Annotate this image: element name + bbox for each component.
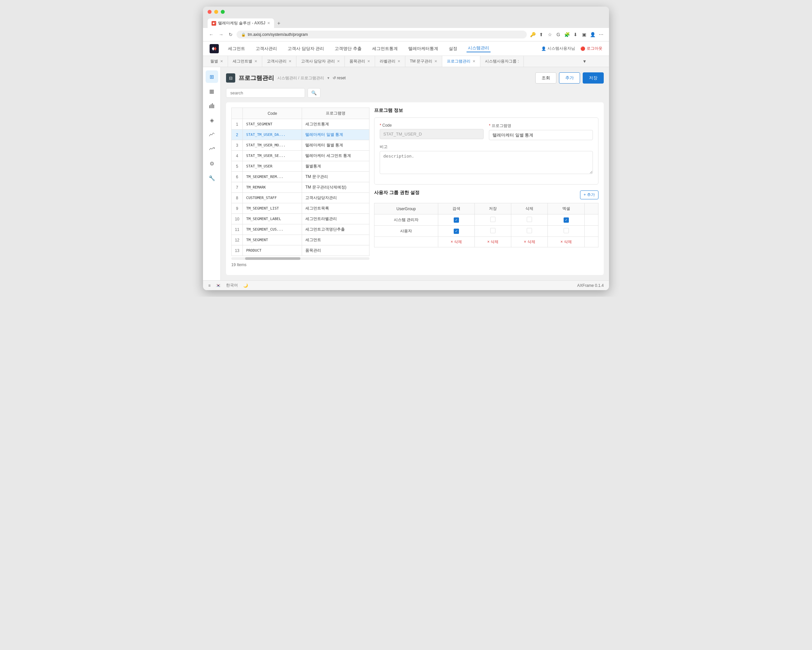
sidebar-icon-bar-chart[interactable]: ▦: [206, 85, 218, 98]
perm-checkbox[interactable]: [563, 228, 569, 233]
row-num: 6: [232, 172, 243, 182]
new-tab-button[interactable]: +: [275, 20, 282, 27]
scrollbar-thumb[interactable]: [245, 257, 301, 260]
tab-product[interactable]: 품목관리 ✕: [345, 56, 375, 67]
tab-expand-icon[interactable]: ▼: [580, 56, 589, 66]
close-window-btn[interactable]: [208, 10, 212, 14]
sidebar-icon-chart[interactable]: [206, 99, 218, 112]
svg-rect-0: [209, 105, 210, 108]
del-excel-btn[interactable]: 삭제: [560, 240, 571, 244]
url-field[interactable]: 🔒 tm.axisj.com/system/auth/program: [237, 31, 527, 38]
tab-product-close[interactable]: ✕: [367, 59, 370, 64]
row-num: 8: [232, 193, 243, 203]
perm-checkbox[interactable]: ✓: [454, 217, 459, 223]
browser-tab-close[interactable]: ✕: [267, 21, 270, 25]
name-input[interactable]: [489, 130, 593, 140]
tab-system-user-group[interactable]: 시스템사용자그룹 :: [480, 56, 524, 67]
perm-checkbox[interactable]: [490, 228, 496, 233]
browser-tab[interactable]: 텔레마케팅 솔루션 - AXISJ ✕: [208, 18, 274, 28]
tab-label-close[interactable]: ✕: [397, 59, 400, 64]
table-row[interactable]: 4 STAT_TM_USER_SE... 텔레마케터 세그먼트 통계: [232, 151, 369, 161]
tab-segment[interactable]: 세그먼트별 ✕: [228, 56, 262, 67]
del-search-btn[interactable]: 삭제: [451, 240, 462, 244]
nav-item-tm-stats[interactable]: 텔레마케터통계: [407, 46, 440, 52]
horizontal-scrollbar[interactable]: [231, 257, 369, 260]
table-row[interactable]: 9 TM_SEGMENT_LIST 세그먼트목록: [232, 203, 369, 214]
sidebar-icon-trending[interactable]: [206, 143, 218, 155]
back-button[interactable]: ←: [208, 31, 215, 38]
table-row[interactable]: 3 STAT_TM_USER_MO... 텔레마케터 월별 통계: [232, 140, 369, 151]
user-menu[interactable]: 👤 시스템사용자님: [541, 46, 575, 51]
tab-customer-mgmt-close[interactable]: ✕: [288, 59, 292, 64]
sidebar-icon-dashboard[interactable]: ⊞: [206, 70, 218, 83]
permissions-table: UserGroup 검색 저장 삭제 엑셀 시스템 관리자: [374, 203, 598, 247]
tab-segment-close[interactable]: ✕: [254, 59, 257, 64]
table-row[interactable]: 7 TM_REMARK TM 문구관리(삭제예정): [232, 182, 369, 193]
tab-label[interactable]: 라벨관리 ✕: [375, 56, 405, 67]
tab-monthly-close[interactable]: ✕: [220, 59, 223, 64]
desc-textarea[interactable]: [380, 151, 593, 174]
bottom-moon-icon[interactable]: 🌙: [243, 283, 248, 288]
nav-item-system[interactable]: 시스템관리: [467, 45, 491, 52]
maximize-window-btn[interactable]: [221, 10, 225, 14]
perm-checkbox[interactable]: [527, 228, 532, 233]
del-delete-btn[interactable]: 삭제: [524, 240, 535, 244]
tab-tm-remark[interactable]: TM 문구관리 ✕: [405, 56, 443, 67]
save-button[interactable]: 저장: [583, 72, 604, 84]
nav-item-customer-manager[interactable]: 고객사 담당자 관리: [286, 46, 325, 52]
table-row[interactable]: 5 STAT_TM_USER 월별통계: [232, 161, 369, 172]
add-button[interactable]: 추가: [559, 72, 580, 84]
reset-button[interactable]: ↺ reset: [333, 76, 346, 80]
bottom-menu-icon[interactable]: ≡: [208, 283, 211, 288]
table-row[interactable]: 11 TM_SEGMENT_CUS... 세그먼트고객명단추출: [232, 224, 369, 235]
share-icon[interactable]: ⬆: [538, 31, 545, 38]
table-row[interactable]: 10 TM_SEGMENT_LABEL 세그먼트라벨관리: [232, 214, 369, 224]
nav-item-extract[interactable]: 고객명단 추출: [333, 46, 363, 52]
sidebar-icon-cube[interactable]: ◈: [206, 114, 218, 126]
tab-program-close[interactable]: ✕: [472, 59, 475, 64]
download-icon[interactable]: ⬇: [572, 31, 579, 38]
reload-button[interactable]: ↻: [227, 31, 234, 38]
row-code: TM_SEGMENT_LIST: [243, 203, 302, 214]
sidebar-icon-config[interactable]: 🔧: [206, 172, 218, 184]
translate-icon[interactable]: G: [555, 31, 562, 38]
table-row[interactable]: 1 STAT_SEGMENT 세그먼트통계: [232, 119, 369, 130]
table-row[interactable]: 8 CUSTOMER_STAFF 고객사담당자관리: [232, 193, 369, 203]
tab-customer-mgmt[interactable]: 고객사관리 ✕: [262, 56, 296, 67]
minimize-window-btn[interactable]: [214, 10, 218, 14]
search-input[interactable]: [226, 88, 305, 98]
nav-item-segment-stats[interactable]: 세그먼트통계: [371, 46, 399, 52]
forward-button[interactable]: →: [217, 31, 225, 38]
extension-icon[interactable]: 🧩: [563, 31, 570, 38]
table-row[interactable]: 2 STAT_TM_USER_DA... 텔레마케터 일별 통계: [232, 130, 369, 140]
nav-item-segment[interactable]: 세그먼트: [227, 46, 246, 52]
breadcrumb-dropdown-icon[interactable]: ▾: [327, 76, 329, 80]
table-row[interactable]: 12 TM_SEGMENT 세그먼트: [232, 235, 369, 246]
del-save-btn[interactable]: 삭제: [487, 240, 498, 244]
nav-item-settings[interactable]: 설정: [447, 46, 459, 52]
sidebar-icon-area-chart[interactable]: [206, 128, 218, 141]
tab-customer-staff-close[interactable]: ✕: [337, 59, 340, 64]
tab-program[interactable]: 프로그램관리 ✕: [442, 56, 480, 67]
avatar-icon[interactable]: 👤: [589, 31, 596, 38]
sidebar-icon-tools[interactable]: ⚙: [206, 157, 218, 170]
tab-tm-remark-close[interactable]: ✕: [434, 59, 437, 64]
table-row[interactable]: 6 TM_SEGMENT_REM... TM 문구관리: [232, 172, 369, 182]
tab-monthly[interactable]: 월별 ✕: [206, 56, 228, 67]
search-icon-button[interactable]: 🔍: [308, 88, 321, 98]
sidebar-icon[interactable]: ▣: [581, 31, 587, 38]
row-name: TM 문구관리(삭제예정): [302, 182, 369, 193]
perm-checkbox[interactable]: [527, 217, 532, 222]
menu-dots-icon[interactable]: ⋯: [598, 31, 604, 38]
tab-customer-staff[interactable]: 고객사 담당자 관리 ✕: [296, 56, 345, 67]
search-button[interactable]: 조회: [535, 72, 556, 84]
perm-checkbox[interactable]: ✓: [563, 217, 569, 223]
logout-button[interactable]: 🔴 로그아웃: [580, 46, 603, 51]
table-scroll-container[interactable]: Code 프로그램명 1 STAT_SEGMENT 세그먼트통계 2 STAT_…: [231, 108, 369, 256]
nav-item-customer[interactable]: 고객사관리: [254, 46, 278, 52]
perm-checkbox[interactable]: ✓: [454, 229, 459, 234]
perm-checkbox[interactable]: [490, 217, 496, 222]
bookmark-icon[interactable]: ☆: [546, 31, 553, 38]
table-row[interactable]: 13 PRODUCT 품목관리: [232, 246, 369, 256]
perm-add-button[interactable]: + 추가: [580, 191, 598, 199]
